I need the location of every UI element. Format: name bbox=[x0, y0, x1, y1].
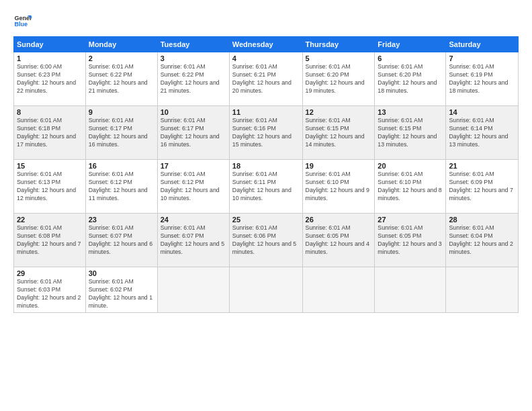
day-number: 2 bbox=[89, 54, 154, 62]
calendar-cell: 13Sunrise: 6:01 AMSunset: 6:15 PMDayligh… bbox=[375, 106, 446, 160]
day-number: 17 bbox=[161, 162, 226, 170]
col-header-friday: Friday bbox=[375, 37, 446, 52]
calendar-week-row: 1Sunrise: 6:00 AMSunset: 6:23 PMDaylight… bbox=[14, 52, 519, 106]
day-number: 15 bbox=[17, 162, 83, 170]
day-number: 25 bbox=[232, 216, 300, 224]
day-info: Sunrise: 6:01 AMSunset: 6:17 PMDaylight:… bbox=[161, 117, 226, 149]
day-info: Sunrise: 6:01 AMSunset: 6:10 PMDaylight:… bbox=[378, 171, 443, 203]
svg-text:Blue: Blue bbox=[14, 21, 28, 28]
day-info: Sunrise: 6:01 AMSunset: 6:02 PMDaylight:… bbox=[89, 278, 154, 310]
day-number: 29 bbox=[17, 269, 83, 277]
day-number: 21 bbox=[449, 162, 515, 170]
calendar-cell: 26Sunrise: 6:01 AMSunset: 6:05 PMDayligh… bbox=[302, 214, 375, 267]
day-info: Sunrise: 6:01 AMSunset: 6:15 PMDaylight:… bbox=[378, 117, 443, 149]
calendar-cell: 19Sunrise: 6:01 AMSunset: 6:10 PMDayligh… bbox=[302, 160, 375, 214]
col-header-wednesday: Wednesday bbox=[229, 37, 302, 52]
day-info: Sunrise: 6:01 AMSunset: 6:04 PMDaylight:… bbox=[449, 224, 515, 257]
calendar-cell bbox=[375, 267, 446, 313]
calendar-cell: 30Sunrise: 6:01 AMSunset: 6:02 PMDayligh… bbox=[85, 267, 157, 313]
calendar-cell: 15Sunrise: 6:01 AMSunset: 6:13 PMDayligh… bbox=[14, 160, 86, 214]
day-info: Sunrise: 6:01 AMSunset: 6:09 PMDaylight:… bbox=[449, 171, 515, 203]
day-info: Sunrise: 6:01 AMSunset: 6:20 PMDaylight:… bbox=[378, 63, 443, 95]
logo: General Blue bbox=[13, 11, 35, 30]
day-info: Sunrise: 6:01 AMSunset: 6:22 PMDaylight:… bbox=[161, 63, 226, 95]
calendar-week-row: 22Sunrise: 6:01 AMSunset: 6:08 PMDayligh… bbox=[14, 214, 519, 267]
calendar-cell: 27Sunrise: 6:01 AMSunset: 6:05 PMDayligh… bbox=[375, 214, 446, 267]
day-info: Sunrise: 6:01 AMSunset: 6:07 PMDaylight:… bbox=[161, 224, 226, 257]
day-info: Sunrise: 6:01 AMSunset: 6:20 PMDaylight:… bbox=[306, 63, 372, 95]
day-number: 1 bbox=[17, 54, 83, 62]
logo-icon: General Blue bbox=[13, 11, 32, 30]
calendar-cell: 22Sunrise: 6:01 AMSunset: 6:08 PMDayligh… bbox=[14, 214, 86, 267]
calendar-cell: 6Sunrise: 6:01 AMSunset: 6:20 PMDaylight… bbox=[375, 52, 446, 106]
day-info: Sunrise: 6:01 AMSunset: 6:14 PMDaylight:… bbox=[449, 117, 515, 149]
calendar-cell: 3Sunrise: 6:01 AMSunset: 6:22 PMDaylight… bbox=[157, 52, 229, 106]
day-number: 4 bbox=[232, 54, 300, 62]
day-number: 11 bbox=[232, 108, 300, 116]
day-number: 22 bbox=[17, 216, 83, 224]
calendar-cell: 23Sunrise: 6:01 AMSunset: 6:07 PMDayligh… bbox=[85, 214, 157, 267]
calendar-week-row: 8Sunrise: 6:01 AMSunset: 6:18 PMDaylight… bbox=[14, 106, 519, 160]
day-info: Sunrise: 6:01 AMSunset: 6:22 PMDaylight:… bbox=[89, 63, 154, 95]
day-number: 26 bbox=[306, 216, 372, 224]
day-info: Sunrise: 6:01 AMSunset: 6:19 PMDaylight:… bbox=[449, 63, 515, 95]
col-header-thursday: Thursday bbox=[302, 37, 375, 52]
day-info: Sunrise: 6:01 AMSunset: 6:12 PMDaylight:… bbox=[161, 171, 226, 203]
calendar-cell: 8Sunrise: 6:01 AMSunset: 6:18 PMDaylight… bbox=[14, 106, 86, 160]
page: General Blue SundayMondayTuesdayWednesda… bbox=[0, 0, 532, 411]
calendar-week-row: 29Sunrise: 6:01 AMSunset: 6:03 PMDayligh… bbox=[14, 267, 519, 313]
day-number: 14 bbox=[449, 108, 515, 116]
calendar-cell: 1Sunrise: 6:00 AMSunset: 6:23 PMDaylight… bbox=[14, 52, 86, 106]
day-info: Sunrise: 6:01 AMSunset: 6:15 PMDaylight:… bbox=[306, 117, 372, 149]
day-info: Sunrise: 6:01 AMSunset: 6:17 PMDaylight:… bbox=[89, 117, 154, 149]
calendar-cell: 14Sunrise: 6:01 AMSunset: 6:14 PMDayligh… bbox=[446, 106, 519, 160]
day-number: 10 bbox=[161, 108, 226, 116]
calendar-cell: 10Sunrise: 6:01 AMSunset: 6:17 PMDayligh… bbox=[157, 106, 229, 160]
calendar-cell: 17Sunrise: 6:01 AMSunset: 6:12 PMDayligh… bbox=[157, 160, 229, 214]
calendar-cell: 20Sunrise: 6:01 AMSunset: 6:10 PMDayligh… bbox=[375, 160, 446, 214]
calendar-cell bbox=[229, 267, 302, 313]
day-number: 30 bbox=[89, 269, 154, 277]
day-number: 18 bbox=[232, 162, 300, 170]
col-header-sunday: Sunday bbox=[14, 37, 86, 52]
calendar-cell: 29Sunrise: 6:01 AMSunset: 6:03 PMDayligh… bbox=[14, 267, 86, 313]
calendar-cell: 7Sunrise: 6:01 AMSunset: 6:19 PMDaylight… bbox=[446, 52, 519, 106]
calendar-week-row: 15Sunrise: 6:01 AMSunset: 6:13 PMDayligh… bbox=[14, 160, 519, 214]
day-info: Sunrise: 6:01 AMSunset: 6:03 PMDaylight:… bbox=[17, 278, 83, 310]
day-number: 27 bbox=[378, 216, 443, 224]
day-info: Sunrise: 6:01 AMSunset: 6:18 PMDaylight:… bbox=[17, 117, 83, 149]
header: General Blue bbox=[13, 11, 519, 30]
calendar-cell: 18Sunrise: 6:01 AMSunset: 6:11 PMDayligh… bbox=[229, 160, 302, 214]
day-info: Sunrise: 6:01 AMSunset: 6:07 PMDaylight:… bbox=[89, 224, 154, 257]
day-number: 23 bbox=[89, 216, 154, 224]
day-number: 9 bbox=[89, 108, 154, 116]
day-number: 6 bbox=[378, 54, 443, 62]
day-number: 5 bbox=[306, 54, 372, 62]
day-number: 19 bbox=[306, 162, 372, 170]
calendar-header-row: SundayMondayTuesdayWednesdayThursdayFrid… bbox=[14, 37, 519, 52]
calendar-cell: 11Sunrise: 6:01 AMSunset: 6:16 PMDayligh… bbox=[229, 106, 302, 160]
calendar-cell: 4Sunrise: 6:01 AMSunset: 6:21 PMDaylight… bbox=[229, 52, 302, 106]
calendar-cell: 28Sunrise: 6:01 AMSunset: 6:04 PMDayligh… bbox=[446, 214, 519, 267]
day-info: Sunrise: 6:00 AMSunset: 6:23 PMDaylight:… bbox=[17, 63, 83, 95]
day-number: 7 bbox=[449, 54, 515, 62]
day-info: Sunrise: 6:01 AMSunset: 6:16 PMDaylight:… bbox=[232, 117, 300, 149]
calendar-cell: 2Sunrise: 6:01 AMSunset: 6:22 PMDaylight… bbox=[85, 52, 157, 106]
day-info: Sunrise: 6:01 AMSunset: 6:06 PMDaylight:… bbox=[232, 224, 300, 257]
day-number: 24 bbox=[161, 216, 226, 224]
day-number: 3 bbox=[161, 54, 226, 62]
day-info: Sunrise: 6:01 AMSunset: 6:10 PMDaylight:… bbox=[306, 171, 372, 203]
day-info: Sunrise: 6:01 AMSunset: 6:12 PMDaylight:… bbox=[89, 171, 154, 203]
day-number: 13 bbox=[378, 108, 443, 116]
calendar-cell: 12Sunrise: 6:01 AMSunset: 6:15 PMDayligh… bbox=[302, 106, 375, 160]
calendar-cell: 16Sunrise: 6:01 AMSunset: 6:12 PMDayligh… bbox=[85, 160, 157, 214]
calendar-table: SundayMondayTuesdayWednesdayThursdayFrid… bbox=[13, 36, 519, 313]
calendar-cell: 21Sunrise: 6:01 AMSunset: 6:09 PMDayligh… bbox=[446, 160, 519, 214]
calendar-cell: 24Sunrise: 6:01 AMSunset: 6:07 PMDayligh… bbox=[157, 214, 229, 267]
day-number: 20 bbox=[378, 162, 443, 170]
day-info: Sunrise: 6:01 AMSunset: 6:11 PMDaylight:… bbox=[232, 171, 300, 203]
day-info: Sunrise: 6:01 AMSunset: 6:13 PMDaylight:… bbox=[17, 171, 83, 203]
day-number: 8 bbox=[17, 108, 83, 116]
day-info: Sunrise: 6:01 AMSunset: 6:05 PMDaylight:… bbox=[306, 224, 372, 257]
calendar-cell bbox=[302, 267, 375, 313]
